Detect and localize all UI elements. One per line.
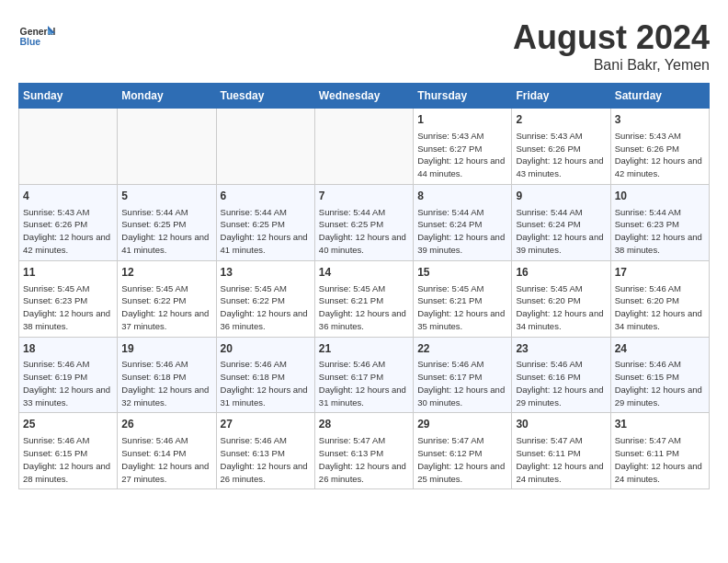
day-info: Sunrise: 5:47 AMSunset: 6:11 PMDaylight:… — [615, 434, 705, 485]
day-info: Sunrise: 5:46 AMSunset: 6:14 PMDaylight:… — [121, 434, 211, 485]
day-number: 23 — [516, 341, 606, 357]
calendar-cell — [314, 109, 413, 185]
calendar-week-5: 25Sunrise: 5:46 AMSunset: 6:15 PMDayligh… — [19, 413, 710, 489]
calendar-cell: 15Sunrise: 5:45 AMSunset: 6:21 PMDayligh… — [414, 260, 512, 337]
calendar-week-2: 4Sunrise: 5:43 AMSunset: 6:26 PMDaylight… — [19, 184, 710, 260]
day-info: Sunrise: 5:47 AMSunset: 6:12 PMDaylight:… — [417, 434, 507, 485]
day-info: Sunrise: 5:44 AMSunset: 6:25 PMDaylight:… — [221, 206, 311, 257]
day-number: 22 — [417, 341, 507, 357]
calendar-week-3: 11Sunrise: 5:45 AMSunset: 6:23 PMDayligh… — [19, 260, 710, 337]
day-number: 3 — [615, 112, 705, 128]
day-info: Sunrise: 5:45 AMSunset: 6:22 PMDaylight:… — [121, 282, 211, 333]
day-number: 12 — [121, 265, 211, 281]
calendar-cell: 9Sunrise: 5:44 AMSunset: 6:24 PMDaylight… — [512, 184, 610, 260]
calendar-cell — [216, 109, 314, 185]
calendar-cell: 17Sunrise: 5:46 AMSunset: 6:20 PMDayligh… — [610, 260, 709, 337]
calendar-cell: 29Sunrise: 5:47 AMSunset: 6:12 PMDayligh… — [414, 413, 512, 489]
day-info: Sunrise: 5:46 AMSunset: 6:20 PMDaylight:… — [615, 282, 705, 333]
day-info: Sunrise: 5:46 AMSunset: 6:15 PMDaylight:… — [23, 434, 113, 485]
day-info: Sunrise: 5:44 AMSunset: 6:23 PMDaylight:… — [615, 206, 705, 257]
day-info: Sunrise: 5:45 AMSunset: 6:21 PMDaylight:… — [319, 282, 409, 333]
day-number: 24 — [615, 341, 705, 357]
day-number: 19 — [121, 341, 211, 357]
day-info: Sunrise: 5:46 AMSunset: 6:19 PMDaylight:… — [23, 358, 113, 408]
day-info: Sunrise: 5:45 AMSunset: 6:21 PMDaylight:… — [417, 282, 507, 333]
calendar-cell: 3Sunrise: 5:43 AMSunset: 6:26 PMDaylight… — [610, 109, 709, 185]
day-info: Sunrise: 5:43 AMSunset: 6:26 PMDaylight:… — [23, 206, 113, 257]
day-info: Sunrise: 5:43 AMSunset: 6:27 PMDaylight:… — [417, 130, 507, 180]
location: Bani Bakr, Yemen — [513, 57, 710, 74]
day-number: 14 — [319, 265, 409, 281]
day-info: Sunrise: 5:46 AMSunset: 6:16 PMDaylight:… — [516, 358, 606, 408]
day-info: Sunrise: 5:46 AMSunset: 6:15 PMDaylight:… — [615, 358, 705, 408]
day-number: 16 — [516, 265, 606, 281]
calendar-cell: 7Sunrise: 5:44 AMSunset: 6:25 PMDaylight… — [314, 184, 413, 260]
day-info: Sunrise: 5:46 AMSunset: 6:17 PMDaylight:… — [417, 358, 507, 408]
page-header: General Blue August 2024 Bani Bakr, Yeme… — [18, 18, 710, 74]
day-info: Sunrise: 5:47 AMSunset: 6:11 PMDaylight:… — [516, 434, 606, 485]
day-number: 21 — [319, 341, 409, 357]
weekday-friday: Friday — [512, 84, 610, 109]
calendar-cell: 24Sunrise: 5:46 AMSunset: 6:15 PMDayligh… — [610, 337, 709, 413]
calendar-week-4: 18Sunrise: 5:46 AMSunset: 6:19 PMDayligh… — [19, 337, 710, 413]
calendar-cell: 30Sunrise: 5:47 AMSunset: 6:11 PMDayligh… — [512, 413, 610, 489]
weekday-tuesday: Tuesday — [216, 84, 314, 109]
calendar-cell: 19Sunrise: 5:46 AMSunset: 6:18 PMDayligh… — [118, 337, 216, 413]
day-info: Sunrise: 5:44 AMSunset: 6:25 PMDaylight:… — [121, 206, 211, 257]
calendar-cell: 11Sunrise: 5:45 AMSunset: 6:23 PMDayligh… — [19, 260, 118, 337]
calendar-cell: 26Sunrise: 5:46 AMSunset: 6:14 PMDayligh… — [118, 413, 216, 489]
day-number: 6 — [221, 189, 311, 204]
day-number: 8 — [417, 189, 507, 204]
calendar-cell: 12Sunrise: 5:45 AMSunset: 6:22 PMDayligh… — [118, 260, 216, 337]
day-number: 26 — [121, 417, 211, 432]
day-info: Sunrise: 5:45 AMSunset: 6:22 PMDaylight:… — [221, 282, 311, 333]
day-info: Sunrise: 5:44 AMSunset: 6:24 PMDaylight:… — [417, 206, 507, 257]
calendar-week-1: 1Sunrise: 5:43 AMSunset: 6:27 PMDaylight… — [19, 109, 710, 185]
day-info: Sunrise: 5:43 AMSunset: 6:26 PMDaylight:… — [615, 130, 705, 180]
calendar-cell: 21Sunrise: 5:46 AMSunset: 6:17 PMDayligh… — [314, 337, 413, 413]
calendar-cell: 13Sunrise: 5:45 AMSunset: 6:22 PMDayligh… — [216, 260, 314, 337]
calendar-cell: 8Sunrise: 5:44 AMSunset: 6:24 PMDaylight… — [414, 184, 512, 260]
calendar-cell: 18Sunrise: 5:46 AMSunset: 6:19 PMDayligh… — [19, 337, 118, 413]
day-info: Sunrise: 5:46 AMSunset: 6:13 PMDaylight:… — [221, 434, 311, 485]
day-number: 18 — [23, 341, 113, 357]
calendar-cell: 23Sunrise: 5:46 AMSunset: 6:16 PMDayligh… — [512, 337, 610, 413]
calendar-cell: 25Sunrise: 5:46 AMSunset: 6:15 PMDayligh… — [19, 413, 118, 489]
calendar-cell: 22Sunrise: 5:46 AMSunset: 6:17 PMDayligh… — [414, 337, 512, 413]
day-number: 2 — [516, 112, 606, 128]
day-number: 7 — [319, 189, 409, 204]
day-number: 25 — [23, 417, 113, 432]
day-number: 27 — [221, 417, 311, 432]
calendar-cell: 4Sunrise: 5:43 AMSunset: 6:26 PMDaylight… — [19, 184, 118, 260]
day-number: 29 — [417, 417, 507, 432]
day-number: 11 — [23, 265, 113, 281]
svg-text:Blue: Blue — [20, 37, 41, 47]
calendar-table: SundayMondayTuesdayWednesdayThursdayFrid… — [18, 83, 710, 489]
calendar-cell: 27Sunrise: 5:46 AMSunset: 6:13 PMDayligh… — [216, 413, 314, 489]
calendar-cell: 1Sunrise: 5:43 AMSunset: 6:27 PMDaylight… — [414, 109, 512, 185]
day-info: Sunrise: 5:43 AMSunset: 6:26 PMDaylight:… — [516, 130, 606, 180]
calendar-body: 1Sunrise: 5:43 AMSunset: 6:27 PMDaylight… — [19, 109, 710, 489]
weekday-sunday: Sunday — [19, 84, 118, 109]
month-title: August 2024 — [513, 18, 710, 57]
title-block: August 2024 Bani Bakr, Yemen — [513, 18, 710, 74]
weekday-saturday: Saturday — [610, 84, 709, 109]
weekday-header-row: SundayMondayTuesdayWednesdayThursdayFrid… — [19, 84, 710, 109]
calendar-cell: 20Sunrise: 5:46 AMSunset: 6:18 PMDayligh… — [216, 337, 314, 413]
day-number: 17 — [615, 265, 705, 281]
day-number: 5 — [121, 189, 211, 204]
day-info: Sunrise: 5:45 AMSunset: 6:23 PMDaylight:… — [23, 282, 113, 333]
day-number: 30 — [516, 417, 606, 432]
calendar-cell: 6Sunrise: 5:44 AMSunset: 6:25 PMDaylight… — [216, 184, 314, 260]
day-number: 4 — [23, 189, 113, 204]
calendar-cell: 2Sunrise: 5:43 AMSunset: 6:26 PMDaylight… — [512, 109, 610, 185]
day-number: 28 — [319, 417, 409, 432]
day-number: 10 — [615, 189, 705, 204]
calendar-cell: 10Sunrise: 5:44 AMSunset: 6:23 PMDayligh… — [610, 184, 709, 260]
day-number: 31 — [615, 417, 705, 432]
day-number: 1 — [417, 112, 507, 128]
calendar-cell: 5Sunrise: 5:44 AMSunset: 6:25 PMDaylight… — [118, 184, 216, 260]
day-info: Sunrise: 5:47 AMSunset: 6:13 PMDaylight:… — [319, 434, 409, 485]
day-number: 13 — [221, 265, 311, 281]
weekday-wednesday: Wednesday — [314, 84, 413, 109]
